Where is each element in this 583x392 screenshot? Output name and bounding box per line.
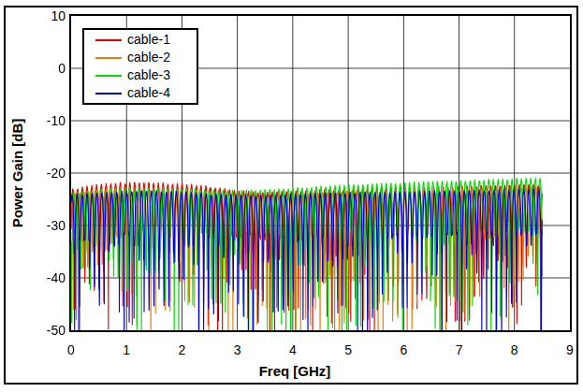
x-tick-label: 3 — [223, 342, 253, 357]
y-tick-label: 10 — [28, 7, 66, 24]
x-tick-label: 2 — [167, 342, 197, 357]
legend-item-cable-2: cable-2 — [95, 50, 197, 65]
legend-line-swatch-cable-2 — [95, 57, 122, 59]
y-tick-label: -50 — [28, 322, 66, 339]
legend-line-swatch-cable-1 — [95, 39, 122, 41]
x-tick-label: 9 — [555, 342, 583, 357]
legend-label: cable-2 — [127, 50, 170, 65]
y-axis-title: Power Gain [dB] — [9, 119, 25, 228]
x-tick-label: 1 — [111, 342, 141, 357]
legend-line-swatch-cable-4 — [95, 93, 122, 94]
legend-label: cable-3 — [127, 67, 170, 83]
x-axis-title: Freq [GHz] — [220, 363, 370, 379]
y-tick-label: -10 — [28, 112, 66, 129]
legend-label: cable-4 — [127, 85, 170, 101]
x-tick-label: 4 — [278, 342, 308, 357]
x-tick-label: 7 — [445, 342, 474, 357]
legend-item-cable-4: cable-4 — [95, 85, 197, 101]
x-tick-label: 5 — [333, 342, 363, 357]
x-tick-label: 6 — [388, 342, 418, 357]
y-tick-label: -40 — [28, 269, 66, 286]
y-tick-label: -20 — [28, 165, 66, 181]
legend-label: cable-1 — [127, 32, 170, 48]
legend-item-cable-1: cable-1 — [95, 32, 197, 48]
legend-line-swatch-cable-3 — [95, 75, 122, 77]
y-tick-label: -30 — [28, 217, 66, 234]
y-tick-label: 0 — [28, 60, 66, 77]
x-tick-label: 0 — [56, 342, 86, 357]
legend-item-cable-3: cable-3 — [95, 67, 197, 83]
legend: cable-1 cable-2 cable-3 cable-4 — [82, 28, 198, 105]
x-tick-label: 8 — [500, 342, 530, 357]
chart-figure: 100-10-20-30-40-50 0123456789 Power Gain… — [0, 0, 583, 392]
